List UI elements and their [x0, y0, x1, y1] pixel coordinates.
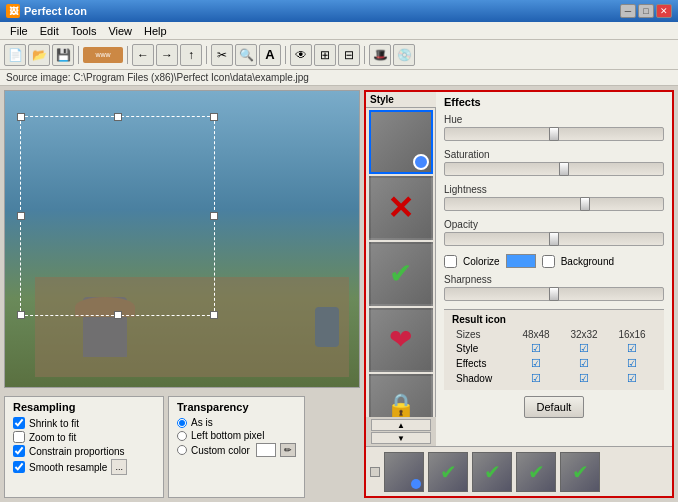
size-48: 48x48 — [512, 328, 560, 341]
effects-32-check: ☑ — [579, 357, 589, 369]
menu-help[interactable]: Help — [138, 24, 173, 38]
close-button[interactable]: ✕ — [656, 4, 672, 18]
scroll-left-icon[interactable] — [370, 467, 380, 477]
style-column: Style ✕ ✔ — [366, 92, 436, 446]
resampling-panel: Resampling Shrink to fit Zoom to fit Con… — [4, 396, 164, 498]
open-button[interactable]: 📂 — [28, 44, 50, 66]
default-button[interactable]: Default — [524, 396, 584, 418]
bottom-controls: Resampling Shrink to fit Zoom to fit Con… — [0, 392, 364, 502]
text-button[interactable]: A — [259, 44, 281, 66]
minimize-button[interactable]: ─ — [620, 4, 636, 18]
result-icon-title: Result icon — [452, 314, 656, 325]
style-item-4[interactable]: ❤ — [369, 308, 433, 372]
sep5 — [364, 46, 365, 64]
sizes-header-label: Sizes — [452, 328, 512, 341]
disk-button[interactable]: 💿 — [393, 44, 415, 66]
color-picker-btn[interactable]: ✏ — [280, 443, 296, 457]
new-button[interactable]: 📄 — [4, 44, 26, 66]
shrink-to-fit-checkbox[interactable] — [13, 417, 25, 429]
left-bottom-radio[interactable] — [177, 431, 187, 441]
menu-file[interactable]: File — [4, 24, 34, 38]
arrow-right-button[interactable]: → — [156, 44, 178, 66]
main-content: Resampling Shrink to fit Zoom to fit Con… — [0, 86, 678, 502]
thumb-1[interactable] — [384, 452, 424, 492]
colorize-label: Colorize — [463, 256, 500, 267]
scroll-down-btn[interactable]: ▼ — [371, 432, 431, 444]
style-item-2[interactable]: ✕ — [369, 176, 433, 240]
constrain-checkbox[interactable] — [13, 445, 25, 457]
result-row-shadow: Shadow ☑ ☑ ☑ — [452, 371, 656, 386]
menu-edit[interactable]: Edit — [34, 24, 65, 38]
shadow-16-check: ☑ — [627, 372, 637, 384]
zoom-to-fit-checkbox[interactable] — [13, 431, 25, 443]
opacity-slider[interactable] — [444, 232, 664, 246]
style-badge-1 — [413, 154, 429, 170]
thumb-3[interactable]: ✔ — [472, 452, 512, 492]
hue-slider[interactable] — [444, 127, 664, 141]
background-checkbox[interactable] — [542, 255, 555, 268]
handle-tr[interactable] — [210, 113, 218, 121]
result-table: Sizes 48x48 32x32 16x16 Style ☑ ☑ — [452, 328, 656, 386]
custom-color-label: Custom color — [191, 445, 250, 456]
scroll-up-btn[interactable]: ▲ — [371, 419, 431, 431]
source-path-text: Source image: C:\Program Files (x86)\Per… — [6, 72, 309, 83]
select-button[interactable]: ✂ — [211, 44, 233, 66]
grid-button[interactable]: ⊞ — [314, 44, 336, 66]
handle-mr[interactable] — [210, 212, 218, 220]
handle-ml[interactable] — [17, 212, 25, 220]
style-item-1[interactable] — [369, 110, 433, 174]
lightness-slider[interactable] — [444, 197, 664, 211]
colorize-swatch[interactable] — [506, 254, 536, 268]
style-32-check: ☑ — [579, 342, 589, 354]
as-is-radio[interactable] — [177, 418, 187, 428]
sharpness-slider[interactable] — [444, 287, 664, 301]
effects-title: Effects — [444, 96, 664, 108]
handle-bl[interactable] — [17, 311, 25, 319]
arrow-up-button[interactable]: ↑ — [180, 44, 202, 66]
menu-tools[interactable]: Tools — [65, 24, 103, 38]
colorize-checkbox[interactable] — [444, 255, 457, 268]
title-text: Perfect Icon — [24, 5, 620, 17]
saturation-row: Saturation — [444, 149, 664, 178]
eye-button[interactable]: 👁 — [290, 44, 312, 66]
arrow-left-button[interactable]: ← — [132, 44, 154, 66]
effects-16-check: ☑ — [627, 357, 637, 369]
sharpness-label: Sharpness — [444, 274, 664, 285]
zoom-button[interactable]: 🔍 — [235, 44, 257, 66]
transparency-panel: Transparency As is Left bottom pixel Cus… — [168, 396, 305, 498]
default-btn-wrapper: Default — [444, 396, 664, 418]
menu-view[interactable]: View — [102, 24, 138, 38]
menu-bar: File Edit Tools View Help — [0, 22, 678, 40]
zoom-to-fit-row: Zoom to fit — [13, 431, 155, 443]
thumb-2[interactable]: ✔ — [428, 452, 468, 492]
sep2 — [127, 46, 128, 64]
handle-bm[interactable] — [114, 311, 122, 319]
smooth-settings-btn[interactable]: ... — [111, 459, 127, 475]
handle-tm[interactable] — [114, 113, 122, 121]
hue-row: Hue — [444, 114, 664, 143]
result-row-style: Style ☑ ☑ ☑ — [452, 341, 656, 356]
thumb-check-icon-4: ✔ — [561, 453, 599, 491]
windows-button[interactable]: ⊟ — [338, 44, 360, 66]
thumb-check-icon: ✔ — [429, 453, 467, 491]
hat-button[interactable]: 🎩 — [369, 44, 391, 66]
thumb-5[interactable]: ✔ — [560, 452, 600, 492]
smooth-checkbox[interactable] — [13, 461, 25, 473]
image-canvas[interactable] — [5, 91, 359, 387]
custom-color-radio[interactable] — [177, 445, 187, 455]
thumb-4[interactable]: ✔ — [516, 452, 556, 492]
saturation-slider[interactable] — [444, 162, 664, 176]
maximize-button[interactable]: □ — [638, 4, 654, 18]
title-bar: 🖼 Perfect Icon ─ □ ✕ — [0, 0, 678, 22]
sep1 — [78, 46, 79, 64]
handle-br[interactable] — [210, 311, 218, 319]
handle-tl[interactable] — [17, 113, 25, 121]
custom-color-swatch[interactable] — [256, 443, 276, 457]
transparency-title: Transparency — [177, 401, 296, 413]
save-button[interactable]: 💾 — [52, 44, 74, 66]
sharpness-row: Sharpness — [444, 274, 664, 303]
canvas-wrapper — [4, 90, 360, 388]
style-item-5[interactable]: 🔒 — [369, 374, 433, 417]
style-item-3[interactable]: ✔ — [369, 242, 433, 306]
hue-label: Hue — [444, 114, 664, 125]
